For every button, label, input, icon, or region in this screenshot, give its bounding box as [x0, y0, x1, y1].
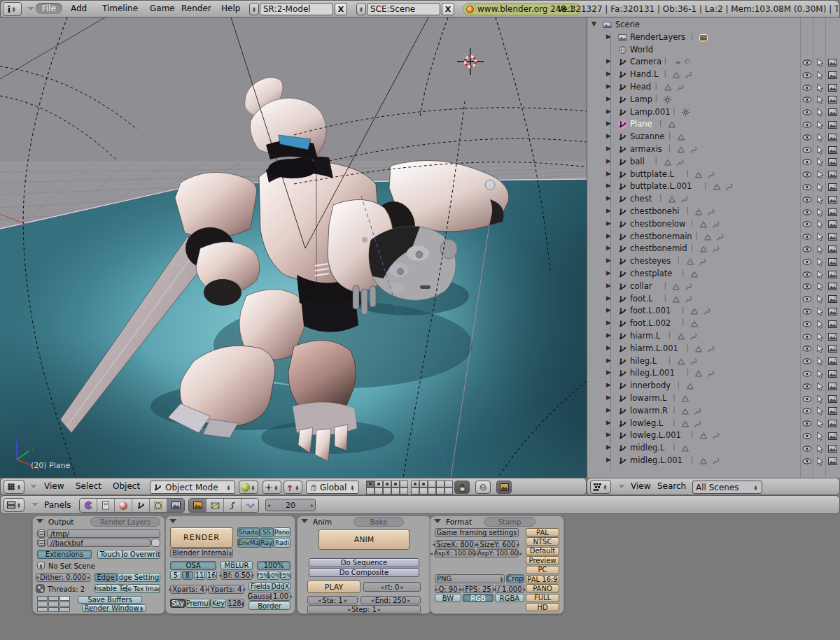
mesh-icon[interactable]: [694, 170, 704, 180]
outliner-row[interactable]: ▶chestplate|: [587, 268, 840, 280]
expander-icon[interactable]: ▶: [606, 108, 611, 115]
selectable-cursor-icon[interactable]: [814, 456, 825, 466]
selectable-cursor-icon[interactable]: [814, 344, 825, 354]
selectable-cursor-icon[interactable]: [814, 419, 825, 429]
layer-button-1[interactable]: [366, 481, 374, 488]
layer-button-13[interactable]: [428, 481, 436, 488]
expander-icon[interactable]: ▶: [606, 406, 611, 413]
selectable-cursor-icon[interactable]: [814, 282, 825, 292]
object-context-button[interactable]: [132, 499, 149, 512]
renderable-icon[interactable]: [827, 232, 838, 242]
renderable-icon[interactable]: [827, 369, 838, 378]
preset-hd-button[interactable]: HD: [526, 603, 559, 611]
outliner-row[interactable]: ▶Lamp.001|: [587, 106, 840, 118]
mesh-icon[interactable]: [676, 357, 686, 367]
screen-name-field[interactable]: SR:2-Model: [260, 3, 333, 15]
outliner-row[interactable]: ▶Hand.L|: [587, 69, 840, 80]
layer-button-12[interactable]: [419, 481, 428, 488]
no-overwrite-button[interactable]: No Overwrite: [122, 550, 160, 559]
outliner-row[interactable]: ▶Plane|: [587, 118, 840, 130]
step-field[interactable]: ◂Step: 1▸: [307, 605, 421, 613]
renderable-icon[interactable]: [827, 332, 838, 341]
sequencer-subcontext-button[interactable]: [206, 499, 223, 512]
viewport-menu-object[interactable]: Object: [113, 481, 140, 491]
edge-settings-button[interactable]: Edge Settings: [117, 573, 160, 582]
buttons-editor-button[interactable]: ▲▼: [4, 498, 24, 512]
scene-context-button[interactable]: [167, 499, 184, 512]
mesh-icon[interactable]: [676, 132, 686, 142]
expander-icon[interactable]: ▶: [606, 83, 611, 90]
mesh-icon[interactable]: [676, 332, 686, 341]
selectable-cursor-icon[interactable]: [814, 157, 825, 167]
extensions-button[interactable]: Extensions: [37, 550, 92, 559]
editing-context-button[interactable]: [149, 499, 167, 512]
renderable-icon[interactable]: [827, 145, 838, 155]
layer-button-17[interactable]: [419, 488, 428, 495]
outliner-row[interactable]: ▶armaxis|: [587, 143, 840, 155]
render-layers-tab[interactable]: Render Layers: [90, 517, 160, 527]
expander-icon[interactable]: ▶: [606, 170, 611, 177]
renderable-icon[interactable]: [827, 443, 838, 453]
layer-button-6[interactable]: [366, 488, 374, 495]
renderable-icon[interactable]: [827, 244, 838, 254]
bake-tab[interactable]: Bake: [354, 517, 404, 527]
panel-collapse-icon[interactable]: [434, 519, 441, 523]
layer-button-2[interactable]: [374, 481, 383, 488]
layer-button-8[interactable]: [383, 488, 391, 495]
scene-filter-dropdown[interactable]: All Scenes ▲▼: [692, 481, 762, 494]
scene-browse-button[interactable]: ▲▼: [356, 3, 366, 15]
logic-context-button[interactable]: [80, 499, 97, 512]
set-scene-dropdown[interactable]: ▲▼: [37, 562, 45, 569]
start-frame-field[interactable]: ◂Sta: 1▸: [307, 596, 358, 604]
preset-pc-button[interactable]: PC: [526, 566, 559, 574]
shado-toggle-button[interactable]: Shado: [237, 527, 260, 537]
manipulator-dropdown[interactable]: ▲▼: [284, 481, 302, 494]
selectable-cursor-icon[interactable]: [814, 431, 825, 441]
mesh-icon[interactable]: [712, 182, 722, 192]
modifier-icon[interactable]: [697, 257, 707, 266]
layer-button-20[interactable]: [444, 488, 453, 495]
expander-icon[interactable]: ▶: [606, 207, 611, 214]
modifier-icon[interactable]: [688, 332, 698, 341]
renderlayer-toggle-icon[interactable]: [699, 33, 708, 43]
lamp-data-icon[interactable]: [663, 95, 673, 105]
renderable-icon[interactable]: [827, 381, 838, 391]
outliner-row[interactable]: ▶foot.L.001|: [587, 305, 840, 317]
engine-dropdown[interactable]: Blender Internal▲▼: [170, 548, 233, 557]
mesh-icon[interactable]: [671, 70, 681, 80]
expander-icon[interactable]: ▶: [606, 194, 611, 201]
modifier-icon[interactable]: [675, 83, 685, 92]
outliner-row[interactable]: ▶collar|: [587, 280, 840, 292]
expander-icon[interactable]: ▶: [606, 369, 611, 376]
visibility-eye-icon[interactable]: [802, 70, 813, 80]
yparts-field[interactable]: ◂Yparts: 4▸: [208, 585, 244, 594]
visibility-eye-icon[interactable]: [802, 269, 813, 279]
stamp-tab[interactable]: Stamp: [484, 517, 536, 527]
window-type-button[interactable]: i ▲▼: [3, 2, 22, 16]
editor-type-button[interactable]: ▲▼: [4, 480, 24, 494]
expander-icon[interactable]: ▶: [606, 232, 611, 239]
visibility-eye-icon[interactable]: [802, 244, 813, 254]
selectable-cursor-icon[interactable]: [814, 170, 825, 180]
modifier-icon[interactable]: [675, 157, 685, 167]
placement-cell[interactable]: [37, 607, 48, 612]
expander-icon[interactable]: ▶: [606, 145, 611, 152]
visibility-eye-icon[interactable]: [802, 332, 813, 341]
expander-icon[interactable]: ▶: [606, 456, 611, 463]
selectable-cursor-icon[interactable]: [814, 357, 825, 367]
renderable-icon[interactable]: [827, 306, 838, 316]
sizex-field[interactable]: ◂SizeX: 800▸: [435, 540, 475, 548]
outliner-row[interactable]: ▶chest|: [587, 193, 840, 205]
osa-5-button[interactable]: 5: [170, 571, 181, 580]
modifier-icon[interactable]: [683, 70, 693, 80]
edge-button[interactable]: Edge: [94, 573, 117, 582]
outliner-row[interactable]: ▼Scene: [587, 19, 840, 31]
modifier-icon[interactable]: [701, 306, 711, 316]
visibility-eye-icon[interactable]: [802, 443, 813, 453]
modifier-icon[interactable]: [710, 456, 720, 466]
renderable-icon[interactable]: [827, 194, 838, 204]
selectable-cursor-icon[interactable]: [814, 332, 825, 341]
renderable-icon[interactable]: [827, 419, 838, 429]
anim-button[interactable]: ANIM: [318, 529, 410, 550]
mesh-icon[interactable]: [667, 120, 677, 129]
